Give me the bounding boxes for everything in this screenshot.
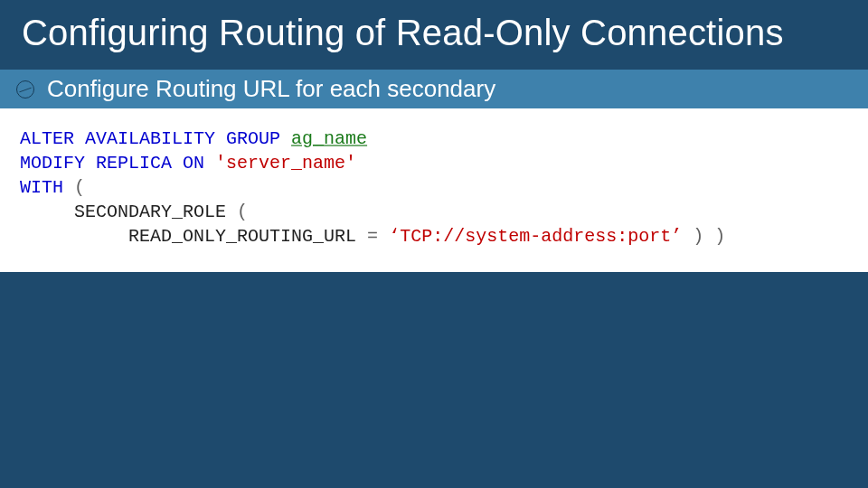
subheading-text: Configure Routing URL for each secondary	[47, 75, 495, 103]
keyword: MODIFY REPLICA ON	[20, 153, 204, 174]
identifier-ag-name: ag_name	[291, 128, 367, 149]
paren: (	[237, 202, 248, 222]
paren: )	[714, 226, 725, 247]
sql-code-block: ALTER AVAILABILITY GROUP ag_name MODIFY …	[0, 108, 868, 272]
bullet-icon	[16, 80, 34, 99]
subheading-bar: Configure Routing URL for each secondary	[0, 70, 868, 108]
string-url: ‘TCP://system-address:port’	[389, 226, 682, 247]
slide-title: Configuring Routing of Read-Only Connect…	[0, 0, 868, 70]
routing-url-key: READ_ONLY_ROUTING_URL	[128, 226, 356, 247]
keyword: ALTER AVAILABILITY GROUP	[20, 128, 280, 149]
paren: )	[693, 226, 703, 247]
paren: (	[74, 177, 85, 198]
keyword: WITH	[20, 177, 63, 198]
secondary-role: SECONDARY_ROLE	[74, 202, 226, 222]
equals: =	[367, 226, 378, 247]
string-server-name: 'server_name'	[215, 153, 356, 174]
